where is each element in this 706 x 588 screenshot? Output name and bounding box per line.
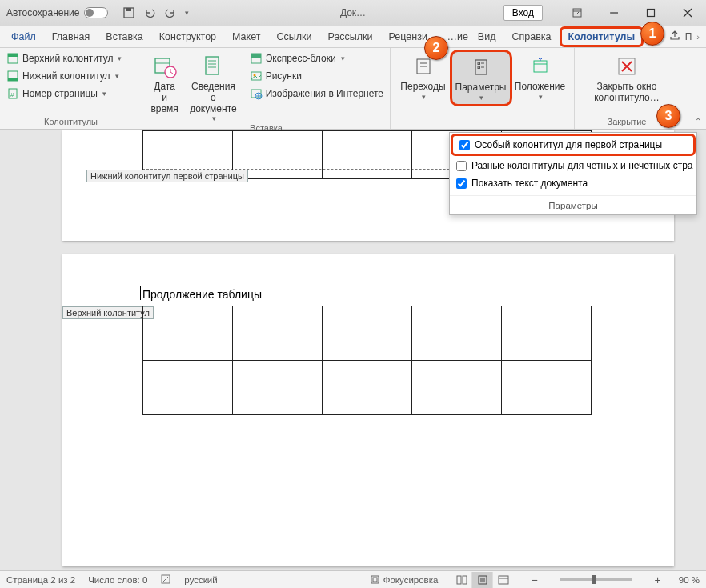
status-proofing-icon[interactable] xyxy=(160,574,171,586)
group-label-hf: Колонтитулы xyxy=(44,117,98,129)
continuation-text[interactable]: Продолжение таблицы xyxy=(142,288,262,301)
tab-header-footer[interactable]: Колонтитулы xyxy=(560,26,644,47)
svg-rect-31 xyxy=(499,576,508,584)
table-page2[interactable] xyxy=(142,306,592,415)
ribbon-body: Верхний колонтитул▾ Нижний колонтитул▾ #… xyxy=(0,48,706,130)
collapse-ribbon-icon[interactable]: ⌃ xyxy=(695,117,701,126)
web-layout-button[interactable] xyxy=(492,572,513,588)
print-layout-button[interactable] xyxy=(471,572,492,588)
tab-view[interactable]: Вид xyxy=(470,26,504,48)
zoom-level[interactable]: 90 % xyxy=(679,575,700,585)
quick-access-toolbar: ▾ xyxy=(122,6,189,19)
tab-insert[interactable]: Вставка xyxy=(98,26,150,48)
page-number-label: Номер страницы xyxy=(22,88,98,99)
header-tag-page2: Верхний колонтитул xyxy=(62,306,154,319)
autosave-toggle-group[interactable]: Автосохранение xyxy=(0,7,114,18)
ribbon-group-insert: Дата и время Сведения о документе ▾ Эксп… xyxy=(142,48,391,129)
close-header-footer-button[interactable]: Закрыть окно колонтитуло… xyxy=(591,50,663,104)
redo-icon[interactable] xyxy=(164,6,177,19)
svg-rect-1 xyxy=(126,8,131,11)
checkbox-odd-even[interactable] xyxy=(456,161,467,171)
tab-designer[interactable]: Конструктор xyxy=(151,26,224,48)
page-number-button[interactable]: # Номер страницы▾ xyxy=(5,85,108,102)
date-time-button[interactable]: Дата и время xyxy=(147,50,182,123)
svg-text:#: # xyxy=(10,91,14,98)
ribbon-tabs: Файл Главная Вставка Конструктор Макет С… xyxy=(0,26,706,48)
transitions-label: Переходы xyxy=(400,82,445,93)
quick-parts-button[interactable]: Экспресс-блоки▾ xyxy=(248,50,385,67)
svg-rect-2 xyxy=(573,9,581,17)
svg-rect-5 xyxy=(8,54,18,57)
option-label-1: Особый колонтитул для первой страницы xyxy=(475,139,662,150)
option-label-3: Показать текст документа xyxy=(471,178,588,189)
share-icon[interactable] xyxy=(669,30,680,43)
status-word-count[interactable]: Число слов: 0 xyxy=(88,575,147,585)
tab-help[interactable]: Справка xyxy=(503,26,559,48)
online-pictures-button[interactable]: Изображения в Интернете xyxy=(248,85,385,102)
autosave-toggle[interactable] xyxy=(84,7,108,18)
option-different-first-page[interactable]: Особый колонтитул для первой страницы xyxy=(451,134,696,156)
checkbox-different-first-page[interactable] xyxy=(459,140,470,150)
status-page[interactable]: Страница 2 из 2 xyxy=(6,575,75,585)
tab-layout[interactable]: Макет xyxy=(224,26,268,48)
ribbon-display-options-icon[interactable] xyxy=(559,0,596,26)
chevron-down-icon: ▾ xyxy=(102,90,106,98)
tabs-scroll-right-icon[interactable]: › xyxy=(696,32,700,42)
read-mode-button[interactable] xyxy=(451,572,471,588)
svg-rect-27 xyxy=(373,578,377,582)
svg-rect-15 xyxy=(251,72,261,80)
doc-info-button[interactable]: Сведения о документе ▾ xyxy=(185,50,241,123)
footer-button[interactable]: Нижний колонтитул▾ xyxy=(5,67,121,85)
comments-icon-partial[interactable]: П xyxy=(685,31,692,42)
zoom-in-button[interactable]: + xyxy=(650,574,666,586)
date-time-label: Дата и время xyxy=(150,82,179,114)
parameters-label: Параметры xyxy=(455,82,507,94)
group-label-close: Закрытие xyxy=(608,117,647,129)
tab-references[interactable]: Ссылки xyxy=(268,26,319,48)
minimize-button[interactable] xyxy=(596,0,632,26)
online-pictures-label: Изображения в Интернете xyxy=(266,88,383,99)
position-button[interactable]: Положение ▾ xyxy=(512,50,568,106)
text-cursor xyxy=(140,286,141,300)
tab-file[interactable]: Файл xyxy=(3,26,44,48)
svg-rect-7 xyxy=(8,78,18,81)
svg-rect-12 xyxy=(206,57,219,74)
chevron-down-icon: ▾ xyxy=(422,93,426,101)
checkbox-show-doc-text[interactable] xyxy=(456,178,467,189)
option-label-2: Разные колонтитулы для четных и нечетных… xyxy=(471,160,693,171)
undo-icon[interactable] xyxy=(143,6,156,19)
tab-home[interactable]: Главная xyxy=(44,26,98,48)
close-window-button[interactable] xyxy=(669,0,706,26)
qat-dropdown-icon[interactable]: ▾ xyxy=(185,9,189,17)
ribbon-group-header-footer: Верхний колонтитул▾ Нижний колонтитул▾ #… xyxy=(0,48,142,129)
group-label-empty xyxy=(481,117,483,129)
ribbon-group-options: Переходы ▾ Параметры ▾ Положение ▾ xyxy=(391,48,575,129)
header-button[interactable]: Верхний колонтитул▾ xyxy=(5,50,123,67)
callout-1: 1 xyxy=(640,22,664,46)
svg-rect-23 xyxy=(534,61,547,72)
tab-mailings[interactable]: Рассылки xyxy=(319,26,380,48)
option-show-document-text[interactable]: Показать текст документа xyxy=(450,174,696,192)
chevron-down-icon: ▾ xyxy=(341,54,345,62)
autosave-label: Автосохранение xyxy=(6,7,79,18)
position-icon xyxy=(530,53,551,80)
focus-label: Фокусировка xyxy=(383,575,439,585)
login-button[interactable]: Вход xyxy=(503,5,543,21)
doc-info-label: Сведения о документе xyxy=(188,82,238,114)
zoom-out-button[interactable]: − xyxy=(526,574,542,586)
option-odd-even[interactable]: Разные колонтитулы для четных и нечетных… xyxy=(450,157,696,174)
tab-review-overflow: …ие xyxy=(445,26,469,48)
parameters-button[interactable]: Параметры ▾ xyxy=(450,50,512,106)
save-icon[interactable] xyxy=(122,6,135,19)
pictures-button[interactable]: Рисунки xyxy=(248,67,385,85)
chevron-down-icon: ▾ xyxy=(539,93,543,101)
header-label: Верхний колонтитул xyxy=(22,53,113,64)
svg-rect-3 xyxy=(648,10,655,17)
chevron-down-icon: ▾ xyxy=(118,54,122,62)
quick-parts-label: Экспресс-блоки xyxy=(266,53,336,64)
focus-mode-button[interactable]: Фокусировка xyxy=(370,574,439,585)
svg-rect-26 xyxy=(371,576,379,583)
zoom-slider[interactable] xyxy=(560,578,632,581)
svg-rect-29 xyxy=(463,576,467,584)
status-language[interactable]: русский xyxy=(184,575,217,585)
